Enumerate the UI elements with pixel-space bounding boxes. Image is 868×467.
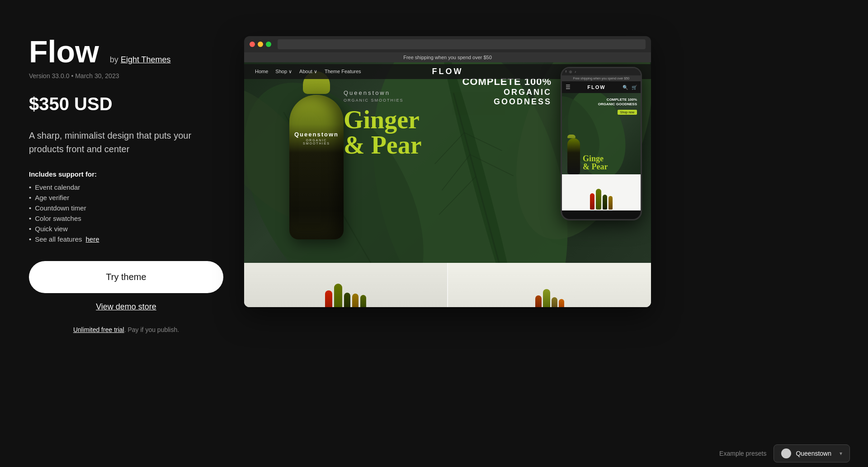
list-item: Quick view	[29, 225, 246, 233]
mobile-nav-logo: FLOW	[587, 84, 605, 90]
left-panel: Flow by Eight Themes Version 33.0.0 • Ma…	[29, 36, 246, 333]
mobile-nav: ☰ FLOW 🔍 🛒	[562, 81, 641, 93]
trial-link[interactable]: Unlimited free trial	[73, 326, 124, 333]
trial-text: Unlimited free trial. Pay if you publish…	[29, 326, 223, 333]
mini-bottle-green	[334, 284, 342, 307]
features-label: Includes support for:	[29, 170, 246, 178]
theme-title-row: Flow by Eight Themes	[29, 36, 246, 69]
mobile-search-icon: 🔍	[623, 85, 628, 90]
list-item: Age verifier	[29, 194, 246, 201]
mobile-bottle-body	[567, 138, 580, 174]
mobile-menu-icon: ☰	[566, 84, 571, 90]
goodness-text: GOODNESS	[462, 97, 552, 107]
mobile-tiktok-icon: ♪	[575, 70, 576, 74]
trial-rest: . Pay if you publish.	[124, 326, 179, 333]
nav-logo: FLOW	[432, 67, 463, 76]
preview-product-1	[244, 263, 447, 307]
mobile-complete: COMPLETE 100% ORGANIC GOODNESS	[598, 98, 637, 107]
preview-product-2	[448, 263, 651, 307]
mobile-shop-btn[interactable]: Shop now	[618, 110, 637, 115]
nav-about[interactable]: About ∨	[299, 69, 317, 75]
mobile-mockup: f ◎ ♪ Free shipping when you spend over …	[561, 67, 642, 220]
view-demo-button[interactable]: View demo store	[29, 302, 223, 312]
preset-name: Queenstown	[796, 450, 831, 457]
browser-bar	[244, 36, 651, 52]
list-item: Color swatches	[29, 215, 246, 222]
presets-label: Example presets	[719, 450, 766, 457]
minimize-dot	[258, 42, 263, 47]
preset-color-swatch	[781, 448, 791, 458]
hero-area: Queenstown ORGANIC SMOOTHIES Queenstown …	[244, 62, 651, 307]
hero-headline: Ginger & Pear	[344, 107, 422, 158]
maximize-dot	[266, 42, 271, 47]
features-list: Event calendar Age verifier Countdown ti…	[29, 183, 246, 243]
features-link[interactable]: here	[86, 235, 99, 243]
hero-brand: Queenstown	[344, 89, 422, 96]
hero-text: Queenstown ORGANIC SMOOTHIES Ginger & Pe…	[344, 89, 422, 158]
bottle-sub: ORGANIC SMOOTHIES	[294, 139, 339, 145]
address-bar	[278, 39, 646, 49]
mobile-organic: ORGANIC GOODNESS	[598, 102, 637, 107]
list-item: Event calendar	[29, 183, 246, 191]
mini-bottle-2-3	[552, 297, 557, 307]
browser-mockup: Free shipping when you spend over $50 Ho…	[244, 36, 651, 307]
mini-bottle-amber	[352, 294, 359, 307]
close-dot	[250, 42, 255, 47]
preset-selector[interactable]: Queenstown ▾	[774, 444, 850, 462]
mobile-hero-area: COMPLETE 100% ORGANIC GOODNESS Shop now	[562, 93, 641, 174]
headline-line2: & Pear	[344, 131, 422, 159]
mobile-cart-icon: 🛒	[632, 85, 637, 90]
hero-complete: COMPLETE 100% ORGANIC GOODNESS	[462, 76, 552, 107]
list-item: See all features here	[29, 235, 246, 243]
mobile-product-headline: Ginge & Pear	[583, 154, 608, 171]
mobile-mini-bottle-red	[590, 193, 594, 210]
headline-line1: Ginger	[344, 106, 420, 134]
mobile-instagram-icon: ◎	[569, 70, 572, 74]
author-link[interactable]: Eight Themes	[121, 55, 171, 64]
mobile-announcement: Free shipping when you spend over $50	[562, 75, 641, 81]
mobile-mini-bottle-green	[596, 189, 601, 210]
mobile-bottle-cap	[567, 135, 576, 138]
mini-bottle-2-1	[535, 295, 542, 307]
mobile-nav-icons: 🔍 🛒	[623, 85, 637, 90]
nav-home[interactable]: Home	[255, 69, 268, 75]
list-item: Countdown timer	[29, 204, 246, 212]
mini-bottle-2-2	[543, 289, 550, 307]
mobile-social-icons: f ◎ ♪	[566, 70, 576, 74]
bottom-bar: Example presets Queenstown ▾	[0, 440, 868, 467]
mobile-facebook-icon: f	[566, 70, 566, 74]
organic-text: ORGANIC	[462, 88, 552, 97]
mobile-hero-text: COMPLETE 100% ORGANIC GOODNESS Shop now	[598, 98, 637, 115]
mobile-bottle-container	[567, 135, 580, 174]
theme-price: $350 USD	[29, 94, 246, 114]
mobile-top-bar: f ◎ ♪	[562, 68, 641, 75]
theme-name: Flow	[29, 36, 99, 67]
mobile-inner: f ◎ ♪ Free shipping when you spend over …	[562, 68, 641, 219]
mini-bottle-extra	[360, 295, 366, 307]
try-theme-button[interactable]: Try theme	[29, 261, 223, 293]
bottle-label: Queenstown ORGANIC SMOOTHIES	[294, 131, 339, 145]
mini-bottle-2-4	[559, 299, 564, 307]
nav-theme-features[interactable]: Theme Features	[325, 69, 361, 75]
theme-description: A sharp, minimalist design that puts you…	[29, 129, 219, 156]
mini-bottle-dark	[344, 293, 350, 307]
presets-area: Example presets Queenstown ▾	[719, 444, 850, 462]
mini-bottle-red	[325, 290, 332, 307]
hero-sub: ORGANIC SMOOTHIES	[344, 98, 422, 103]
bottle-shape: Queenstown ORGANIC SMOOTHIES	[289, 95, 344, 239]
announcement-bar: Free shipping when you spend over $50	[244, 52, 651, 62]
nav-shop[interactable]: Shop ∨	[275, 69, 292, 75]
mobile-products-strip	[562, 174, 641, 210]
bottle-brand: Queenstown	[294, 131, 339, 138]
author-prefix: by	[110, 55, 121, 64]
theme-author: by Eight Themes	[110, 55, 171, 65]
theme-version: Version 33.0.0 • March 30, 2023	[29, 72, 246, 79]
mobile-mini-bottle-dark	[603, 195, 607, 210]
nav-links: Home Shop ∨ About ∨ Theme Features	[255, 69, 361, 75]
chevron-down-icon: ▾	[840, 450, 842, 457]
theme-preview: Free shipping when you spend over $50 Ho…	[244, 52, 651, 307]
mobile-mini-bottle-amber	[609, 196, 613, 210]
bottom-preview	[244, 263, 651, 307]
